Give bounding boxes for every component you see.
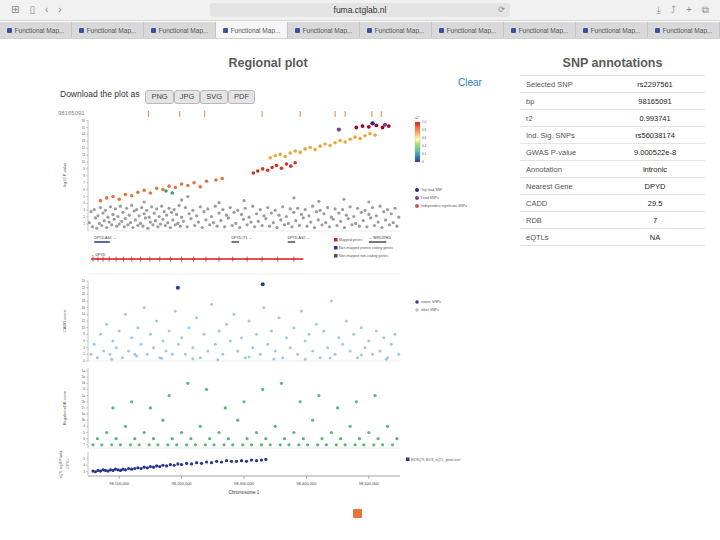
browser-tab[interactable]: Functional Map...: [216, 22, 288, 38]
tick-label: 1d: [82, 381, 86, 385]
legend-marker: [334, 246, 338, 250]
browser-tab[interactable]: Functional Map...: [432, 22, 504, 38]
browser-tab[interactable]: Functional Map...: [648, 22, 720, 38]
browser-tab[interactable]: Functional Map...: [576, 22, 648, 38]
browser-tab[interactable]: Functional Map...: [288, 22, 360, 38]
snp-point: [280, 166, 284, 170]
snp-point: [332, 218, 335, 221]
browser-tab[interactable]: Functional Map...: [0, 22, 72, 38]
browser-tab[interactable]: Functional Map...: [504, 22, 576, 38]
cadd-point: [143, 306, 146, 309]
tab-label: Functional Map...: [231, 27, 281, 34]
address-bar[interactable]: fuma.ctglab.nl ⟳: [210, 3, 510, 17]
snp-point: [337, 211, 340, 214]
snp-point: [99, 199, 103, 203]
cadd-point: [329, 357, 332, 360]
snp-point: [186, 184, 190, 188]
cadd-point: [111, 340, 114, 343]
cadd-point: [124, 313, 127, 316]
snp-point: [246, 223, 249, 226]
snp-point: [118, 223, 121, 226]
r2-colorbar-label: 0.8: [422, 128, 427, 132]
cadd-point: [191, 357, 194, 360]
tick-label: 14: [82, 312, 86, 316]
snp-point: [388, 223, 391, 226]
cadd-point: [93, 343, 96, 346]
rdb-point: [194, 443, 197, 446]
rdb-point: [358, 437, 361, 440]
legend-marker: [415, 300, 419, 304]
cadd-point: [115, 346, 118, 349]
share-icon[interactable]: ⤴: [666, 5, 681, 15]
cadd-point: [225, 323, 228, 326]
browser-tab[interactable]: Functional Map...: [360, 22, 432, 38]
grid-icon[interactable]: ⊞: [6, 5, 24, 15]
sidebar-icon[interactable]: ▯: [24, 5, 40, 15]
download-pdf-button[interactable]: PDF: [228, 90, 255, 104]
tick-label: 4: [83, 201, 85, 205]
download-svg-button[interactable]: SVG: [200, 90, 228, 104]
snp-point: [236, 209, 239, 212]
snp-point: [96, 214, 99, 217]
snp-point: [319, 209, 322, 212]
snp-point: [202, 210, 205, 213]
snp-point: [256, 169, 260, 173]
snp-point: [261, 167, 265, 171]
rdb-point: [367, 431, 370, 434]
rdb-point: [149, 406, 152, 409]
snp-point: [387, 124, 391, 128]
browser-tab[interactable]: Functional Map...: [72, 22, 144, 38]
snp-point: [150, 205, 153, 208]
cadd-point: [206, 350, 209, 353]
rdb-point: [344, 443, 347, 446]
snp-point: [240, 213, 243, 216]
snp-point: [123, 225, 126, 228]
annotation-value: 98165091: [605, 97, 705, 106]
snp-point: [155, 207, 158, 210]
snp-point: [232, 211, 235, 214]
snp-point: [219, 219, 222, 222]
tab-label: Functional Map...: [447, 27, 497, 34]
snp-point: [170, 211, 173, 214]
tabs-overview-icon[interactable]: ⧉: [697, 5, 714, 15]
snp-point: [109, 205, 112, 208]
cadd-point: [341, 343, 344, 346]
snp-point: [273, 154, 277, 158]
cadd-point: [356, 356, 359, 359]
reload-icon[interactable]: ⟳: [498, 5, 505, 14]
snp-point: [108, 220, 111, 223]
snp-point: [298, 151, 302, 155]
rdb-point: [222, 443, 225, 446]
snp-point: [197, 220, 200, 223]
cadd-point: [289, 346, 292, 349]
cadd-point: [337, 336, 340, 339]
rdb-point: [91, 443, 94, 446]
download-jpg-button[interactable]: JPG: [174, 90, 201, 104]
rdb-point: [302, 437, 305, 440]
tab-favicon: [223, 28, 228, 33]
forward-icon[interactable]: ›: [53, 5, 66, 15]
cadd-point: [397, 353, 400, 356]
clear-link[interactable]: Clear: [458, 77, 482, 88]
snp-point: [217, 201, 220, 204]
rdb-point: [205, 388, 208, 391]
snp-point: [259, 208, 262, 211]
legend-label: other SNPs: [421, 308, 439, 312]
snp-point: [217, 211, 220, 214]
cadd-point: [272, 358, 275, 361]
snp-point: [189, 217, 192, 220]
eqtl-point: [245, 460, 248, 463]
add-tab-icon[interactable]: +: [681, 5, 697, 15]
snp-point: [175, 213, 178, 216]
snp-point: [342, 198, 345, 201]
snp-point: [318, 144, 322, 148]
snp-point: [165, 214, 168, 217]
browser-tab[interactable]: Functional Map...: [144, 22, 216, 38]
download-png-button[interactable]: PNG: [145, 90, 173, 104]
snp-point: [287, 222, 290, 225]
back-icon[interactable]: ‹: [40, 5, 53, 15]
download-icon[interactable]: ⤓: [652, 5, 666, 15]
cadd-point: [127, 350, 130, 353]
eqtl-point: [205, 460, 208, 463]
eqtl-point: [215, 460, 218, 463]
